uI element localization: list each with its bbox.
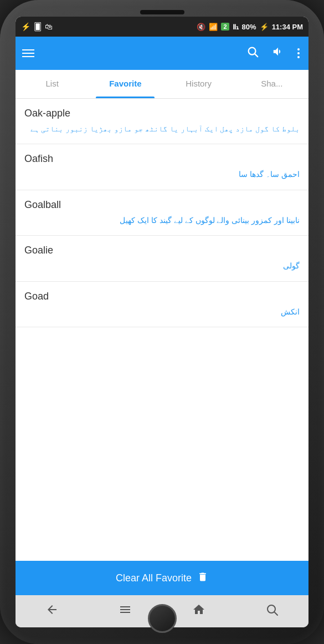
physical-home-button[interactable] bbox=[148, 604, 177, 633]
home-menu-button[interactable] bbox=[110, 599, 141, 624]
svg-point-2 bbox=[268, 605, 275, 613]
word-urdu: بلوط کا گول مازد پھل ایک آبہار یا گانٹھ … bbox=[24, 123, 300, 135]
list-item[interactable]: Oafish احمق سا۔ گدھا سا bbox=[16, 144, 308, 190]
list-item[interactable]: Goalie گولی bbox=[16, 236, 308, 281]
word-english: Goalie bbox=[24, 245, 300, 256]
svg-line-3 bbox=[275, 612, 277, 615]
word-english: Oak-apple bbox=[24, 108, 300, 119]
status-bar: ⚡ 🂠 🛍 🔇 📶 2 Ⅱ₁ 80% ⚡ 11:34 PM bbox=[16, 17, 308, 37]
status-left: ⚡ 🂠 🛍 bbox=[21, 22, 53, 31]
back-button[interactable] bbox=[37, 599, 68, 624]
bag-icon: 🛍 bbox=[45, 22, 53, 31]
tab-list[interactable]: List bbox=[16, 70, 89, 98]
more-options-button[interactable] bbox=[295, 46, 302, 60]
trash-icon bbox=[197, 571, 208, 585]
word-english: Goad bbox=[24, 291, 300, 302]
sim-icon: 🂠 bbox=[34, 22, 42, 31]
svg-point-0 bbox=[249, 48, 256, 55]
speaker bbox=[140, 10, 184, 14]
list-item[interactable]: Goalball نابینا اور کمزور بینائی والے لو… bbox=[16, 190, 308, 236]
phone-device: ⚡ 🂠 🛍 🔇 📶 2 Ⅱ₁ 80% ⚡ 11:34 PM bbox=[0, 0, 324, 644]
word-urdu: گولی bbox=[24, 260, 300, 272]
wifi-icon: 📶 bbox=[209, 23, 218, 31]
phone-screen: ⚡ 🂠 🛍 🔇 📶 2 Ⅱ₁ 80% ⚡ 11:34 PM bbox=[16, 17, 308, 627]
tab-favorite[interactable]: Favorite bbox=[89, 70, 162, 98]
home-button[interactable] bbox=[183, 599, 214, 624]
network-2g-badge: 2 bbox=[221, 23, 229, 31]
tab-share[interactable]: Sha... bbox=[235, 70, 308, 98]
app-toolbar bbox=[16, 37, 308, 70]
word-urdu: احمق سا۔ گدھا سا bbox=[24, 168, 300, 180]
time-display: 11:34 PM bbox=[272, 23, 303, 31]
sound-button[interactable] bbox=[270, 43, 286, 63]
signal-icon: Ⅱ₁ bbox=[233, 23, 239, 31]
toolbar-right bbox=[244, 43, 302, 63]
battery-level: 80% bbox=[242, 23, 256, 31]
list-item[interactable]: Goad انکش bbox=[16, 282, 308, 327]
clear-all-favorite-button[interactable]: Clear All Favorite bbox=[16, 561, 308, 595]
clear-button-label: Clear All Favorite bbox=[116, 572, 192, 584]
word-english: Goalball bbox=[24, 199, 300, 211]
toolbar-left bbox=[22, 49, 34, 57]
word-english: Oafish bbox=[24, 153, 300, 165]
svg-line-1 bbox=[255, 54, 258, 57]
status-right: 🔇 📶 2 Ⅱ₁ 80% ⚡ 11:34 PM bbox=[197, 23, 303, 31]
usb-icon: ⚡ bbox=[21, 22, 30, 31]
list-item[interactable]: Oak-apple بلوط کا گول مازد پھل ایک آبہار… bbox=[16, 99, 308, 144]
tabs-bar: List Favorite History Sha... bbox=[16, 70, 308, 99]
word-urdu: نابینا اور کمزور بینائی والے لوگوں کے لی… bbox=[24, 214, 300, 226]
search-button[interactable] bbox=[244, 43, 261, 63]
search-nav-button[interactable] bbox=[256, 599, 287, 624]
tab-history[interactable]: History bbox=[162, 70, 235, 98]
word-urdu: انکش bbox=[24, 306, 300, 318]
word-list: Oak-apple بلوط کا گول مازد پھل ایک آبہار… bbox=[16, 99, 308, 561]
battery-icon: ⚡ bbox=[260, 23, 269, 31]
hamburger-menu-button[interactable] bbox=[22, 49, 34, 57]
mute-icon: 🔇 bbox=[197, 23, 205, 31]
